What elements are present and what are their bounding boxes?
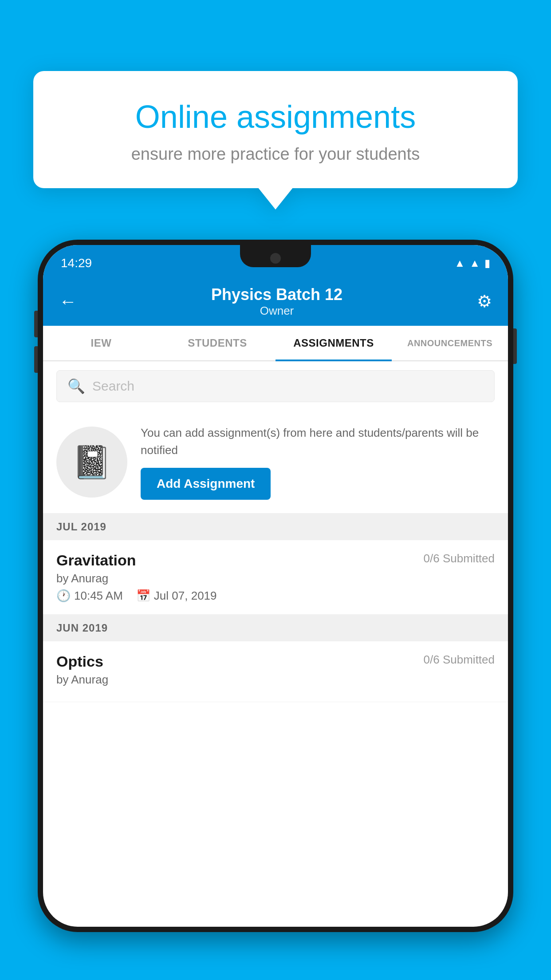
status-icons: ▲ ▲ ▮ xyxy=(454,257,490,269)
meta-date: 📅 Jul 07, 2019 xyxy=(136,589,217,603)
promo-card: Online assignments ensure more practice … xyxy=(33,71,518,188)
assignment-date: Jul 07, 2019 xyxy=(154,589,217,603)
tab-assignments[interactable]: ASSIGNMENTS xyxy=(276,326,392,360)
assignment-item-gravitation[interactable]: Gravitation 0/6 Submitted by Anurag 🕐 10… xyxy=(43,540,508,615)
assignment-promo-text: You can add assignment(s) from here and … xyxy=(141,424,495,459)
header-center: Physics Batch 12 Owner xyxy=(211,285,342,318)
assignment-name-gravitation: Gravitation xyxy=(56,552,136,569)
settings-icon[interactable]: ⚙ xyxy=(477,292,492,311)
assignment-by-gravitation: by Anurag xyxy=(56,572,495,585)
section-month-jul: JUL 2019 xyxy=(56,521,106,533)
add-assignment-button[interactable]: Add Assignment xyxy=(141,468,271,500)
wifi-icon: ▲ xyxy=(454,257,465,269)
promo-title: Online assignments xyxy=(64,98,487,136)
back-button[interactable]: ← xyxy=(59,292,77,312)
signal-icon: ▲ xyxy=(469,257,480,269)
assignment-by-optics: by Anurag xyxy=(56,673,495,687)
add-assignment-section: 📓 You can add assignment(s) from here an… xyxy=(43,411,508,514)
phone-outer: 14:29 ▲ ▲ ▮ ← Physics Batch 12 Owner ⚙ xyxy=(38,240,513,932)
camera-icon xyxy=(270,253,281,264)
power-button xyxy=(513,328,517,364)
assignment-promo-content: You can add assignment(s) from here and … xyxy=(141,424,495,500)
search-bar[interactable]: 🔍 Search xyxy=(56,370,495,402)
phone-screen: 14:29 ▲ ▲ ▮ ← Physics Batch 12 Owner ⚙ xyxy=(43,245,508,927)
assignment-item-optics[interactable]: Optics 0/6 Submitted by Anurag xyxy=(43,641,508,702)
status-time: 14:29 xyxy=(61,256,92,270)
tab-students[interactable]: STUDENTS xyxy=(159,326,276,360)
assignment-row-top-optics: Optics 0/6 Submitted xyxy=(56,653,495,670)
tab-iew[interactable]: IEW xyxy=(43,326,159,360)
app-header: ← Physics Batch 12 Owner ⚙ xyxy=(43,277,508,326)
batch-title: Physics Batch 12 xyxy=(211,285,342,304)
section-header-jun: JUN 2019 xyxy=(43,615,508,641)
assignment-meta-gravitation: 🕐 10:45 AM 📅 Jul 07, 2019 xyxy=(56,589,495,603)
promo-subtitle: ensure more practice for your students xyxy=(64,145,487,164)
assignment-submitted-optics: 0/6 Submitted xyxy=(424,653,495,667)
search-icon: 🔍 xyxy=(67,378,85,395)
assignment-row-top: Gravitation 0/6 Submitted xyxy=(56,552,495,569)
assignment-time: 10:45 AM xyxy=(74,589,123,603)
tabs-bar: IEW STUDENTS ASSIGNMENTS ANNOUNCEMENTS xyxy=(43,326,508,361)
section-header-jul: JUL 2019 xyxy=(43,514,508,540)
phone-notch xyxy=(240,245,311,267)
assignment-submitted-gravitation: 0/6 Submitted xyxy=(424,552,495,565)
calendar-icon: 📅 xyxy=(136,589,150,603)
assignment-notebook-icon: 📓 xyxy=(72,443,112,481)
meta-time: 🕐 10:45 AM xyxy=(56,589,123,603)
tab-announcements[interactable]: ANNOUNCEMENTS xyxy=(392,326,508,360)
assignment-icon-circle: 📓 xyxy=(56,427,127,498)
volume-down-button xyxy=(34,346,38,373)
section-month-jun: JUN 2019 xyxy=(56,622,108,634)
volume-up-button xyxy=(34,311,38,337)
search-placeholder: Search xyxy=(92,379,134,394)
clock-icon: 🕐 xyxy=(56,589,71,603)
assignment-name-optics: Optics xyxy=(56,653,103,670)
phone-mockup: 14:29 ▲ ▲ ▮ ← Physics Batch 12 Owner ⚙ xyxy=(38,240,513,980)
battery-icon: ▮ xyxy=(484,257,490,269)
batch-subtitle: Owner xyxy=(211,304,342,318)
search-container: 🔍 Search xyxy=(43,361,508,411)
